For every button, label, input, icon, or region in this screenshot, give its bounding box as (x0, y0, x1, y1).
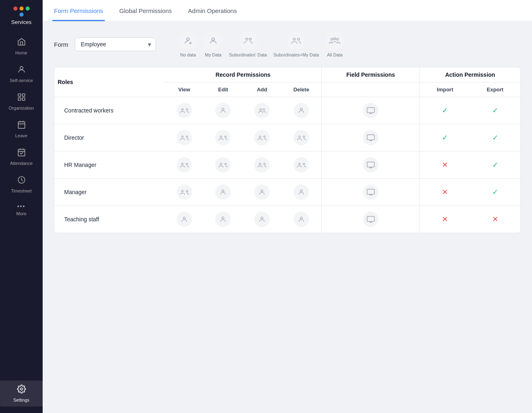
sidebar-item-self-service-label: Self-service (10, 78, 33, 83)
table-row: Manager ✕ ✓ (54, 179, 520, 206)
sidebar-item-organization[interactable]: Organization (0, 89, 43, 115)
delete-cell[interactable] (281, 179, 321, 206)
form-label: Form (54, 41, 68, 48)
data-scope-icons: No data My Data Subordinates' Data (179, 31, 344, 57)
add-cell[interactable] (242, 179, 281, 206)
import-cell[interactable]: ✓ (420, 124, 470, 151)
sidebar: Services Home Self-service Organization … (0, 0, 43, 413)
tabs-bar: Form Permissions Global Permissions Admi… (43, 0, 532, 22)
sidebar-item-settings[interactable]: Settings (0, 381, 43, 407)
sidebar-item-timesheet[interactable]: Timesheet (0, 171, 43, 197)
svg-point-28 (182, 136, 183, 138)
svg-point-31 (225, 136, 227, 138)
subordinates-my-data-icon (287, 31, 305, 50)
field-permissions-header: Field Permissions (321, 67, 420, 82)
svg-rect-2 (22, 94, 24, 96)
sidebar-bottom: Settings (0, 381, 43, 407)
svg-rect-3 (18, 98, 20, 100)
export-cell[interactable]: ✓ (470, 179, 520, 206)
view-cell[interactable] (165, 151, 204, 179)
add-cell[interactable] (242, 97, 281, 124)
role-name-cell: Contracted workers (54, 97, 165, 124)
no-data-label: No data (180, 52, 196, 57)
svg-point-41 (259, 163, 261, 165)
sidebar-item-more[interactable]: ••• More (0, 199, 43, 220)
role-name-cell: HR Manager (54, 151, 165, 179)
svg-point-23 (222, 108, 224, 110)
svg-point-33 (264, 136, 265, 138)
sidebar-item-self-service[interactable]: Self-service (0, 61, 43, 87)
action-permission-header: Action Permission (420, 67, 520, 82)
svg-point-55 (300, 217, 302, 219)
dot-blue (19, 13, 24, 17)
services-label: Services (11, 19, 32, 25)
delete-cell[interactable] (281, 124, 321, 151)
self-service-icon (17, 65, 26, 76)
edit-cell[interactable] (204, 179, 243, 206)
svg-point-20 (337, 38, 339, 40)
import-cell[interactable]: ✕ (420, 206, 470, 233)
more-icon: ••• (17, 203, 26, 210)
tab-global-permissions[interactable]: Global Permissions (118, 0, 173, 21)
svg-point-53 (222, 217, 224, 219)
view-cell[interactable] (165, 124, 204, 151)
export-cell[interactable]: ✓ (470, 124, 520, 151)
field-cell[interactable] (321, 124, 420, 151)
subordinates-data-label: Subordinates' Data (229, 52, 267, 57)
svg-point-13 (212, 38, 214, 40)
delete-cell[interactable] (281, 206, 321, 233)
add-cell[interactable] (242, 206, 281, 233)
sidebar-item-leave[interactable]: ! Leave (0, 116, 43, 142)
all-data-label: All Data (327, 52, 343, 57)
delete-cell[interactable] (281, 97, 321, 124)
export-cell[interactable]: ✓ (470, 151, 520, 179)
add-cell[interactable] (242, 151, 281, 179)
svg-point-15 (249, 38, 251, 40)
permissions-table-wrapper: Roles Record Permissions Field Permissio… (54, 67, 521, 233)
svg-rect-7 (18, 149, 25, 156)
svg-point-38 (186, 163, 188, 165)
import-cell[interactable]: ✕ (420, 151, 470, 179)
delete-cell[interactable] (281, 151, 321, 179)
field-cell[interactable] (321, 97, 420, 124)
edit-cell[interactable] (204, 151, 243, 179)
svg-point-26 (300, 108, 302, 110)
permissions-table: Roles Record Permissions Field Permissio… (54, 67, 520, 233)
field-cell[interactable] (321, 151, 420, 179)
svg-point-40 (225, 163, 227, 165)
form-select[interactable]: Employee (75, 37, 156, 51)
view-cell[interactable] (165, 97, 204, 124)
svg-point-0 (20, 67, 23, 69)
import-cell[interactable]: ✕ (420, 179, 470, 206)
scope-subordinates-data: Subordinates' Data (229, 31, 267, 57)
export-header: Export (470, 82, 520, 97)
svg-rect-36 (367, 135, 374, 140)
table-row: Director ✓ ✓ (54, 124, 520, 151)
edit-cell[interactable] (204, 206, 243, 233)
add-cell[interactable] (242, 124, 281, 151)
svg-point-18 (331, 38, 333, 40)
view-header: View (165, 82, 204, 97)
sidebar-item-home[interactable]: Home (0, 33, 43, 59)
svg-rect-5 (18, 122, 25, 129)
sidebar-item-organization-label: Organization (9, 106, 34, 110)
field-cell[interactable] (321, 206, 420, 233)
edit-cell[interactable] (204, 124, 243, 151)
edit-cell[interactable] (204, 97, 243, 124)
svg-point-52 (183, 217, 185, 219)
import-cell[interactable]: ✓ (420, 97, 470, 124)
export-cell[interactable]: ✓ (470, 97, 520, 124)
view-cell[interactable] (165, 206, 204, 233)
svg-point-43 (298, 163, 300, 165)
tab-form-permissions[interactable]: Form Permissions (52, 0, 105, 21)
svg-point-21 (182, 109, 183, 110)
dot-yellow (19, 6, 24, 11)
export-cell[interactable]: ✕ (470, 206, 520, 233)
scope-no-data: No data (179, 31, 197, 57)
tab-admin-operations[interactable]: Admin Operations (186, 0, 238, 21)
svg-point-10 (187, 38, 189, 40)
field-cell[interactable] (321, 179, 420, 206)
view-cell[interactable] (165, 179, 204, 206)
svg-point-29 (186, 136, 188, 138)
sidebar-item-attendance[interactable]: Attendance (0, 144, 43, 170)
